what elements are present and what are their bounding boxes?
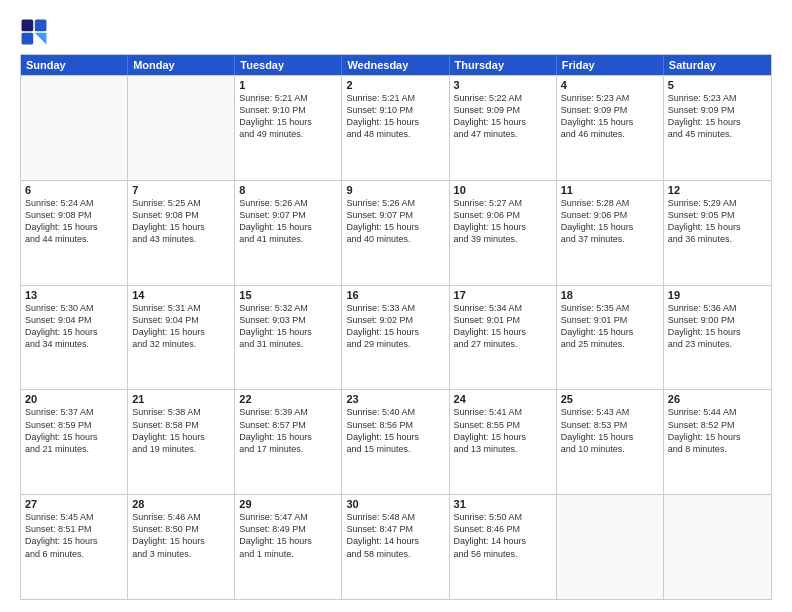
cell-line: Sunset: 9:03 PM xyxy=(239,314,337,326)
calendar-cell: 27Sunrise: 5:45 AMSunset: 8:51 PMDayligh… xyxy=(21,495,128,599)
day-number: 20 xyxy=(25,393,123,405)
cell-line: Sunrise: 5:38 AM xyxy=(132,406,230,418)
cell-line: Sunrise: 5:33 AM xyxy=(346,302,444,314)
cell-line: Sunrise: 5:35 AM xyxy=(561,302,659,314)
calendar-cell: 30Sunrise: 5:48 AMSunset: 8:47 PMDayligh… xyxy=(342,495,449,599)
calendar-cell: 10Sunrise: 5:27 AMSunset: 9:06 PMDayligh… xyxy=(450,181,557,285)
cell-line: and 17 minutes. xyxy=(239,443,337,455)
cell-line: Sunset: 9:00 PM xyxy=(668,314,767,326)
cell-line: Sunset: 9:06 PM xyxy=(561,209,659,221)
cell-line: and 19 minutes. xyxy=(132,443,230,455)
cell-line: Sunrise: 5:37 AM xyxy=(25,406,123,418)
cell-line: and 31 minutes. xyxy=(239,338,337,350)
calendar-row: 27Sunrise: 5:45 AMSunset: 8:51 PMDayligh… xyxy=(21,494,771,599)
cell-line: Sunset: 8:50 PM xyxy=(132,523,230,535)
svg-rect-1 xyxy=(35,20,47,32)
cell-line: Sunset: 8:57 PM xyxy=(239,419,337,431)
cell-line: and 56 minutes. xyxy=(454,548,552,560)
day-number: 24 xyxy=(454,393,552,405)
cell-line: Sunset: 9:08 PM xyxy=(25,209,123,221)
cell-line: Sunset: 9:08 PM xyxy=(132,209,230,221)
weekday-header: Tuesday xyxy=(235,55,342,75)
cell-line: Sunset: 9:04 PM xyxy=(132,314,230,326)
cell-line: and 49 minutes. xyxy=(239,128,337,140)
cell-line: Sunrise: 5:22 AM xyxy=(454,92,552,104)
calendar-row: 13Sunrise: 5:30 AMSunset: 9:04 PMDayligh… xyxy=(21,285,771,390)
day-number: 25 xyxy=(561,393,659,405)
day-number: 11 xyxy=(561,184,659,196)
cell-line: and 1 minute. xyxy=(239,548,337,560)
calendar-cell: 22Sunrise: 5:39 AMSunset: 8:57 PMDayligh… xyxy=(235,390,342,494)
cell-line: Sunrise: 5:25 AM xyxy=(132,197,230,209)
day-number: 7 xyxy=(132,184,230,196)
cell-line: Daylight: 15 hours xyxy=(239,431,337,443)
cell-line: Sunrise: 5:26 AM xyxy=(239,197,337,209)
svg-rect-2 xyxy=(22,33,34,45)
day-number: 12 xyxy=(668,184,767,196)
cell-line: Sunset: 9:01 PM xyxy=(454,314,552,326)
calendar-cell: 4Sunrise: 5:23 AMSunset: 9:09 PMDaylight… xyxy=(557,76,664,180)
cell-line: Sunset: 8:47 PM xyxy=(346,523,444,535)
calendar-cell: 26Sunrise: 5:44 AMSunset: 8:52 PMDayligh… xyxy=(664,390,771,494)
cell-line: Sunrise: 5:48 AM xyxy=(346,511,444,523)
cell-line: Sunset: 8:58 PM xyxy=(132,419,230,431)
day-number: 26 xyxy=(668,393,767,405)
cell-line: and 47 minutes. xyxy=(454,128,552,140)
cell-line: Sunset: 9:07 PM xyxy=(346,209,444,221)
cell-line: and 15 minutes. xyxy=(346,443,444,455)
cell-line: and 27 minutes. xyxy=(454,338,552,350)
day-number: 16 xyxy=(346,289,444,301)
day-number: 6 xyxy=(25,184,123,196)
cell-line: Sunrise: 5:41 AM xyxy=(454,406,552,418)
cell-line: Daylight: 15 hours xyxy=(132,535,230,547)
cell-line: Sunrise: 5:47 AM xyxy=(239,511,337,523)
cell-line: Daylight: 15 hours xyxy=(132,326,230,338)
day-number: 18 xyxy=(561,289,659,301)
calendar-row: 1Sunrise: 5:21 AMSunset: 9:10 PMDaylight… xyxy=(21,75,771,180)
cell-line: Sunrise: 5:21 AM xyxy=(346,92,444,104)
calendar-cell: 20Sunrise: 5:37 AMSunset: 8:59 PMDayligh… xyxy=(21,390,128,494)
calendar-cell: 5Sunrise: 5:23 AMSunset: 9:09 PMDaylight… xyxy=(664,76,771,180)
calendar-cell xyxy=(664,495,771,599)
calendar-cell: 18Sunrise: 5:35 AMSunset: 9:01 PMDayligh… xyxy=(557,286,664,390)
cell-line: Daylight: 15 hours xyxy=(668,116,767,128)
day-number: 8 xyxy=(239,184,337,196)
cell-line: Daylight: 15 hours xyxy=(561,326,659,338)
calendar-cell: 11Sunrise: 5:28 AMSunset: 9:06 PMDayligh… xyxy=(557,181,664,285)
svg-marker-3 xyxy=(35,33,47,45)
cell-line: and 29 minutes. xyxy=(346,338,444,350)
calendar-cell xyxy=(128,76,235,180)
cell-line: and 58 minutes. xyxy=(346,548,444,560)
calendar-cell: 9Sunrise: 5:26 AMSunset: 9:07 PMDaylight… xyxy=(342,181,449,285)
cell-line: Sunrise: 5:45 AM xyxy=(25,511,123,523)
day-number: 10 xyxy=(454,184,552,196)
cell-line: and 13 minutes. xyxy=(454,443,552,455)
header xyxy=(20,18,772,46)
cell-line: Sunset: 9:09 PM xyxy=(668,104,767,116)
day-number: 31 xyxy=(454,498,552,510)
calendar-cell: 24Sunrise: 5:41 AMSunset: 8:55 PMDayligh… xyxy=(450,390,557,494)
cell-line: Sunrise: 5:27 AM xyxy=(454,197,552,209)
cell-line: Daylight: 15 hours xyxy=(454,221,552,233)
calendar-cell: 21Sunrise: 5:38 AMSunset: 8:58 PMDayligh… xyxy=(128,390,235,494)
calendar-cell: 16Sunrise: 5:33 AMSunset: 9:02 PMDayligh… xyxy=(342,286,449,390)
day-number: 22 xyxy=(239,393,337,405)
cell-line: Sunrise: 5:46 AM xyxy=(132,511,230,523)
cell-line: Daylight: 15 hours xyxy=(561,431,659,443)
cell-line: Sunrise: 5:21 AM xyxy=(239,92,337,104)
cell-line: and 43 minutes. xyxy=(132,233,230,245)
cell-line: Sunset: 8:59 PM xyxy=(25,419,123,431)
calendar-cell: 2Sunrise: 5:21 AMSunset: 9:10 PMDaylight… xyxy=(342,76,449,180)
cell-line: Daylight: 15 hours xyxy=(668,326,767,338)
calendar-cell: 19Sunrise: 5:36 AMSunset: 9:00 PMDayligh… xyxy=(664,286,771,390)
cell-line: Sunset: 9:09 PM xyxy=(561,104,659,116)
cell-line: Daylight: 15 hours xyxy=(25,431,123,443)
cell-line: Sunset: 9:09 PM xyxy=(454,104,552,116)
calendar-cell: 7Sunrise: 5:25 AMSunset: 9:08 PMDaylight… xyxy=(128,181,235,285)
cell-line: Daylight: 14 hours xyxy=(454,535,552,547)
day-number: 15 xyxy=(239,289,337,301)
cell-line: and 34 minutes. xyxy=(25,338,123,350)
weekday-header: Sunday xyxy=(21,55,128,75)
day-number: 13 xyxy=(25,289,123,301)
calendar-cell: 23Sunrise: 5:40 AMSunset: 8:56 PMDayligh… xyxy=(342,390,449,494)
